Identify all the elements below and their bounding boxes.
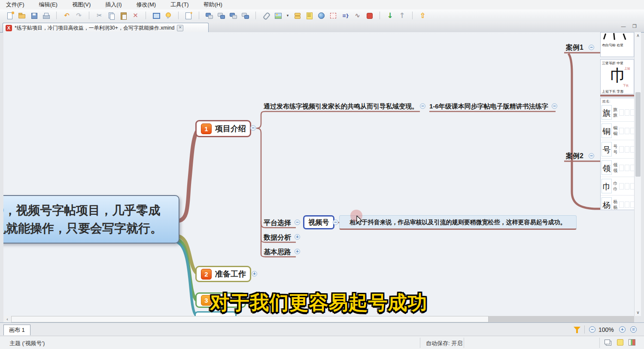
cascade-windows-icon[interactable] xyxy=(605,340,610,344)
topic-preparation[interactable]: 2 准备工作 xyxy=(195,266,251,282)
stroke-annotation-top: 上短 xyxy=(624,66,630,71)
insert-topic-before-icon[interactable] xyxy=(217,12,225,20)
status-autosave: 自动保存: 开启 xyxy=(426,340,462,347)
menu-bar: 文件(F) 编辑(E) 视图(V) 插入(I) 修改(M) 工具(T) 帮助(H… xyxy=(0,0,644,10)
expand-toggle[interactable]: + xyxy=(252,271,257,277)
new-workbook-icon[interactable] xyxy=(6,12,14,20)
insert-subtopic-icon[interactable] xyxy=(229,12,237,20)
copybook-row: 杨 杨杨 xyxy=(601,196,634,210)
tab-close-icon[interactable]: ✕ xyxy=(177,25,183,31)
idea-icon[interactable] xyxy=(164,12,172,20)
window-minimize-icon[interactable]: — xyxy=(619,24,628,30)
case1-image-bottom[interactable]: 三竖等距 中竖 巾 上短 下长 上短下长 字形 xyxy=(600,59,634,94)
expand-toggle[interactable]: + xyxy=(295,249,300,254)
presentation-icon[interactable] xyxy=(152,12,160,20)
document-title: *练字贴项目，冷门项目高收益，一单利润30+，会写字就能操作.xmind xyxy=(15,24,174,32)
collapse-toggle[interactable]: − xyxy=(589,45,594,50)
menu-help[interactable]: 帮助(H) xyxy=(204,1,222,9)
menu-modify[interactable]: 修改(M) xyxy=(137,1,156,9)
vertical-scrollbar[interactable]: ∧ ∨ xyxy=(634,32,641,316)
topic-channel-note[interactable]: 相对于抖音来说，作品审核以及引流的规则要稍微宽松些，这样更容易起号成功。 xyxy=(339,215,577,230)
central-topic[interactable]: .9，视频号字帖项目，几乎零成 机就能操作，只要会写字就行。 xyxy=(3,195,179,244)
hyperlink-icon[interactable] xyxy=(317,12,325,20)
boundary-icon[interactable] xyxy=(329,12,337,20)
cut-icon[interactable]: ✂ xyxy=(95,12,103,20)
topic-label: 项目介绍 xyxy=(215,123,246,134)
menu-edit[interactable]: 编辑(E) xyxy=(39,1,58,9)
menu-insert[interactable]: 插入(I) xyxy=(105,1,122,9)
go-up-level-icon[interactable]: ⇧ xyxy=(419,12,427,20)
collapse-toggle[interactable]: − xyxy=(420,103,425,109)
topic-basic-idea[interactable]: 基本思路 xyxy=(264,248,291,257)
window-maximize-icon[interactable]: ❐ xyxy=(630,24,639,30)
collapse-toggle[interactable]: − xyxy=(552,103,557,109)
status-chart-icon[interactable] xyxy=(629,339,635,346)
redo-icon[interactable]: ↷ xyxy=(75,12,83,20)
topic-copybook-course[interactable]: 1-6年级课本同步字帖电子版精讲书法练字 xyxy=(429,102,548,111)
sheet-tab-canvas1[interactable]: 画布 1 xyxy=(3,325,30,335)
zoom-out-icon[interactable]: − xyxy=(589,326,595,333)
menu-file[interactable]: 文件(F) xyxy=(6,1,24,9)
drill-down-icon[interactable]: ↓ xyxy=(386,12,394,20)
document-tab[interactable]: X *练字贴项目，冷门项目高收益，一单利润30+，会写字就能操作.xmind ✕ xyxy=(3,23,209,33)
topic-platform-choice[interactable]: 平台选择 xyxy=(264,219,291,228)
delete-icon[interactable]: ✕ xyxy=(131,12,140,20)
zoom-in-icon[interactable]: + xyxy=(619,326,626,333)
numbered-badge-1: 1 xyxy=(201,123,212,134)
attachment-icon[interactable] xyxy=(262,12,270,20)
insert-image-icon[interactable] xyxy=(274,12,282,20)
image-dropdown-caret-icon[interactable]: ▾ xyxy=(286,12,289,20)
print-icon[interactable] xyxy=(42,12,50,20)
record-icon[interactable] xyxy=(365,12,374,20)
document-tab-bar: X *练字贴项目，冷门项目高收益，一单利润30+，会写字就能操作.xmind ✕… xyxy=(0,21,644,33)
copy-icon[interactable] xyxy=(107,12,115,20)
summary-icon[interactable]: ≡} xyxy=(341,12,349,20)
copybook-row: 号 号号 xyxy=(601,140,634,159)
collapse-toggle[interactable]: − xyxy=(295,220,300,225)
insert-topic-icon[interactable] xyxy=(205,12,213,20)
notes-icon[interactable] xyxy=(305,12,313,20)
calligraphy-caption: 布白匀称 右竖 xyxy=(602,43,623,48)
floating-topic-icon[interactable] xyxy=(293,12,301,20)
paste-icon[interactable] xyxy=(119,12,128,20)
menu-view[interactable]: 视图(V) xyxy=(72,1,91,9)
menu-tools[interactable]: 工具(T) xyxy=(170,1,189,9)
new-sheet-icon[interactable] xyxy=(185,12,193,20)
mindmap-canvas[interactable]: .9，视频号字帖项目，几乎零成 机就能操作，只要会写字就行。 1 项目介绍 − … xyxy=(3,32,634,316)
filter-icon[interactable] xyxy=(574,327,580,331)
branch-lines xyxy=(3,32,634,316)
central-topic-line2: 机就能操作，只要会写字就行。 xyxy=(3,220,179,238)
copybook-char: 巾 xyxy=(601,179,612,193)
case1-image-top[interactable]: 布白匀称 右竖 xyxy=(600,32,634,57)
topic-case1[interactable]: 案例1 xyxy=(566,43,583,52)
topic-case2[interactable]: 案例2 xyxy=(566,152,583,161)
topic-private-domain[interactable]: 通过发布练字视频引发家长的共鸣从而引导私域变现。 xyxy=(264,102,418,111)
horizontal-scrollbar[interactable]: ‹ xyxy=(3,316,634,322)
collapse-toggle[interactable]: − xyxy=(250,125,256,131)
expand-toggle[interactable]: + xyxy=(295,234,300,240)
xmind-logo-icon: X xyxy=(6,25,12,31)
scroll-down-icon[interactable]: ∨ xyxy=(635,309,641,316)
undo-icon[interactable]: ↶ xyxy=(63,12,71,20)
collapse-toggle[interactable]: − xyxy=(589,153,594,159)
horizontal-scroll-thumb[interactable] xyxy=(11,316,489,322)
topic-project-intro[interactable]: 1 项目介绍 xyxy=(195,120,251,137)
status-note-icon[interactable] xyxy=(617,339,623,346)
topic-label: 准备工作 xyxy=(215,269,246,279)
stroke-annotation-bottom: 下长 xyxy=(623,84,629,88)
relationship-icon[interactable]: ∿ xyxy=(353,12,361,20)
open-icon[interactable] xyxy=(18,12,26,20)
collapse-toggle[interactable]: − xyxy=(333,220,338,225)
vertical-scroll-thumb[interactable] xyxy=(635,92,641,177)
drill-up-icon[interactable]: ↑ xyxy=(398,12,406,20)
copybook-sheet-image[interactable]: 姓名: 旗 旗旗 铜 铜铜 号 号号 领 xyxy=(600,98,634,210)
insert-parent-topic-icon[interactable] xyxy=(241,12,249,20)
scroll-left-icon[interactable]: ‹ xyxy=(3,316,11,322)
scroll-up-icon[interactable]: ∧ xyxy=(635,32,641,39)
save-icon[interactable] xyxy=(30,12,38,20)
status-bar: 主题 ('视频号') 自动保存: 开启 xyxy=(0,336,644,349)
zoom-fit-icon[interactable]: = xyxy=(630,326,637,333)
topic-video-channel-selected[interactable]: 视频号 xyxy=(303,215,334,229)
numbered-badge-2: 2 xyxy=(201,269,212,280)
topic-data-analysis[interactable]: 数据分析 xyxy=(264,233,291,242)
